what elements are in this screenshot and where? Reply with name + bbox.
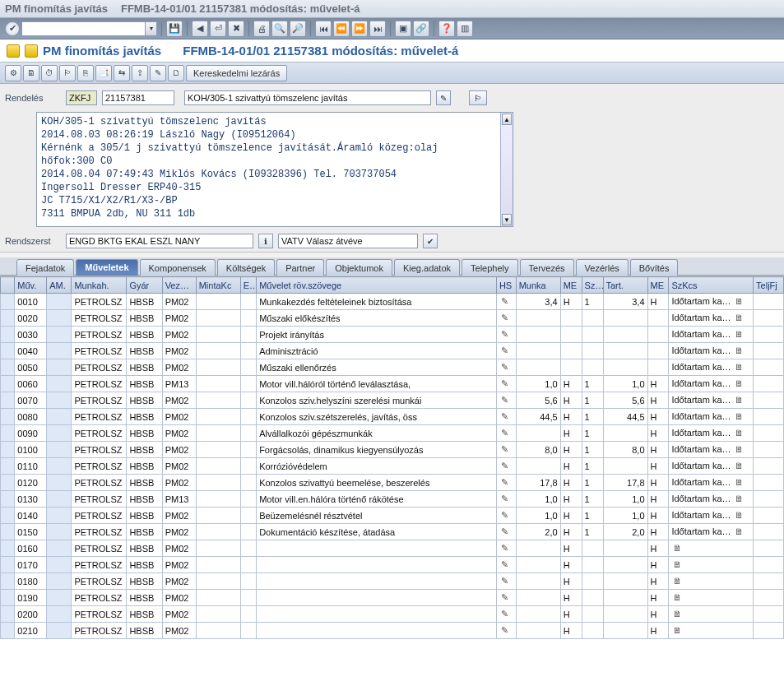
cell-e[interactable] (240, 359, 256, 376)
cell-gyar[interactable]: HBSB (127, 508, 162, 524)
col-vez[interactable]: Vez… (162, 277, 196, 294)
cell-e[interactable] (240, 310, 256, 327)
row-selector[interactable] (1, 491, 15, 508)
cell-mintakc[interactable] (196, 359, 240, 376)
cell-tart[interactable]: 1,0 (603, 376, 647, 392)
cell-am[interactable] (47, 294, 72, 310)
cell-mintakc[interactable] (196, 442, 240, 458)
cell-sz[interactable]: 1 (582, 392, 603, 409)
cell-vez[interactable]: PM02 (162, 442, 196, 458)
cell-teljfj[interactable] (754, 392, 784, 409)
cell-szoveg[interactable] (257, 623, 497, 639)
row-selector[interactable] (1, 606, 15, 623)
list-icon[interactable]: 🗎 (671, 592, 683, 604)
cell-munka[interactable] (516, 573, 560, 590)
cell-tart[interactable] (603, 540, 647, 557)
table-row[interactable]: 0150PETROLSZHBSBPM02Dokumentáció készíté… (1, 524, 784, 540)
list-icon[interactable]: 🗎 (734, 345, 745, 357)
cell-am[interactable] (47, 458, 72, 475)
list-icon[interactable]: 🗎 (671, 559, 683, 571)
cell-vez[interactable]: PM02 (162, 540, 196, 557)
cell-szkcs[interactable]: Időtartam ka… 🗎 (669, 524, 754, 540)
col-sz[interactable]: Sz… (582, 277, 603, 294)
cell-sz[interactable] (582, 327, 603, 343)
cell-me2[interactable] (647, 343, 669, 359)
cell-gyar[interactable]: HBSB (127, 557, 162, 573)
cell-munka[interactable] (516, 458, 560, 475)
header-icon-1[interactable] (7, 44, 20, 58)
row-selector[interactable] (1, 524, 15, 540)
cell-vez[interactable]: PM13 (162, 376, 196, 392)
cell-vez[interactable]: PM02 (162, 524, 196, 540)
cell-mintakc[interactable] (196, 573, 240, 590)
cell-vez[interactable]: PM02 (162, 294, 196, 310)
cell-muv[interactable]: 0100 (15, 442, 47, 458)
cell-szoveg[interactable]: Motor vill.en.hálóra történő rákötése (257, 491, 497, 508)
cell-sz[interactable]: 1 (582, 376, 603, 392)
cell-szoveg[interactable]: Beüzemelésnél résztvétel (257, 508, 497, 524)
cell-am[interactable] (47, 623, 72, 639)
cell-vez[interactable]: PM02 (162, 508, 196, 524)
cell-tart[interactable]: 2,0 (603, 524, 647, 540)
row-selector[interactable] (1, 590, 15, 606)
cell-e[interactable] (240, 573, 256, 590)
cell-gyar[interactable]: HBSB (127, 327, 162, 343)
cell-mintakc[interactable] (196, 392, 240, 409)
col-hs[interactable]: HS (496, 277, 516, 294)
table-row[interactable]: 0060PETROLSZHBSBPM13Motor vill.hálóról t… (1, 376, 784, 392)
cell-me2[interactable]: H (647, 376, 669, 392)
cell-teljfj[interactable] (754, 524, 784, 540)
cell-szkcs[interactable]: 🗎 (669, 590, 754, 606)
cell-vez[interactable]: PM02 (162, 557, 196, 573)
cell-e[interactable] (240, 294, 256, 310)
scroll-track[interactable] (501, 126, 513, 213)
cell-munka[interactable]: 1,0 (516, 491, 560, 508)
cell-hs[interactable]: ✎ (496, 524, 516, 540)
cell-e[interactable] (240, 491, 256, 508)
cell-mintakc[interactable] (196, 409, 240, 425)
cell-sz[interactable] (582, 573, 603, 590)
new-session-icon[interactable]: ▣ (395, 21, 411, 37)
cell-munka[interactable]: 8,0 (516, 442, 560, 458)
cell-hs[interactable]: ✎ (496, 475, 516, 491)
cell-mintakc[interactable] (196, 475, 240, 491)
tab-bővítés[interactable]: Bővítés (630, 259, 679, 276)
cell-me1[interactable] (560, 343, 582, 359)
find-next-icon[interactable]: 🔎 (290, 21, 306, 37)
list-icon[interactable]: 🗎 (734, 329, 745, 341)
tab-komponensek[interactable]: Komponensek (140, 259, 216, 276)
cell-am[interactable] (47, 540, 72, 557)
cell-me1[interactable]: H (560, 491, 582, 508)
cell-szkcs[interactable]: Időtartam ka… 🗎 (669, 294, 754, 310)
row-selector[interactable] (1, 376, 15, 392)
cell-munkah[interactable]: PETROLSZ (72, 508, 127, 524)
edit-icon[interactable]: ✎ (499, 576, 511, 587)
cell-mintakc[interactable] (196, 623, 240, 639)
cell-munka[interactable]: 2,0 (516, 524, 560, 540)
cell-tart[interactable]: 44,5 (603, 409, 647, 425)
cell-tart[interactable]: 8,0 (603, 442, 647, 458)
app-btn-5[interactable]: ⎘ (77, 65, 94, 81)
cell-teljfj[interactable] (754, 409, 784, 425)
cell-szkcs[interactable]: Időtartam ka… 🗎 (669, 475, 754, 491)
cell-hs[interactable]: ✎ (496, 294, 516, 310)
cell-vez[interactable]: PM02 (162, 409, 196, 425)
table-row[interactable]: 0130PETROLSZHBSBPM13Motor vill.en.hálóra… (1, 491, 784, 508)
cell-sz[interactable]: 1 (582, 425, 603, 442)
cell-vez[interactable]: PM02 (162, 359, 196, 376)
cell-muv[interactable]: 0020 (15, 310, 47, 327)
cell-me2[interactable] (647, 327, 669, 343)
edit-icon[interactable]: ✎ (499, 411, 511, 423)
list-icon[interactable]: 🗎 (734, 395, 745, 406)
cell-szkcs[interactable]: Időtartam ka… 🗎 (669, 491, 754, 508)
col-munkah[interactable]: Munkah. (72, 277, 127, 294)
app-btn-6[interactable]: 📑 (95, 65, 112, 81)
cell-vez[interactable]: PM02 (162, 458, 196, 475)
command-field[interactable] (22, 22, 145, 35)
app-btn-4[interactable]: 🏳 (59, 65, 76, 81)
cell-szkcs[interactable]: Időtartam ka… 🗎 (669, 392, 754, 409)
table-row[interactable]: 0090PETROLSZHBSBPM02Alvállalkozói gépész… (1, 425, 784, 442)
cell-tart[interactable] (603, 310, 647, 327)
cell-hs[interactable]: ✎ (496, 409, 516, 425)
header-icon-2[interactable] (25, 44, 38, 58)
